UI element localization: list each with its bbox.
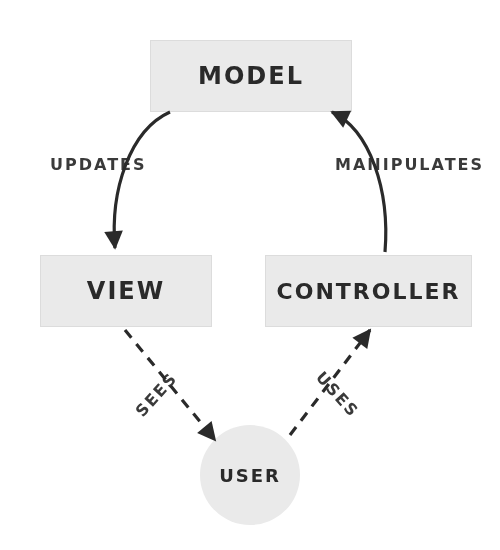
- node-model-label: MODEL: [198, 62, 304, 90]
- edge-label-uses: USES: [312, 368, 363, 422]
- edge-label-sees: SEES: [132, 368, 182, 420]
- node-user: USER: [200, 425, 300, 525]
- node-user-label: USER: [219, 465, 281, 486]
- node-view-label: VIEW: [87, 277, 165, 305]
- node-view: VIEW: [40, 255, 212, 327]
- mvc-diagram: MODEL VIEW CONTROLLER USER UPDATES MANIP…: [0, 0, 500, 550]
- arrow-model-to-view: [114, 112, 170, 248]
- edge-label-manipulates: MANIPULATES: [335, 155, 484, 174]
- edge-label-updates: UPDATES: [50, 155, 147, 174]
- node-controller-label: CONTROLLER: [277, 279, 461, 304]
- node-controller: CONTROLLER: [265, 255, 472, 327]
- node-model: MODEL: [150, 40, 352, 112]
- arrow-controller-to-model: [332, 112, 386, 252]
